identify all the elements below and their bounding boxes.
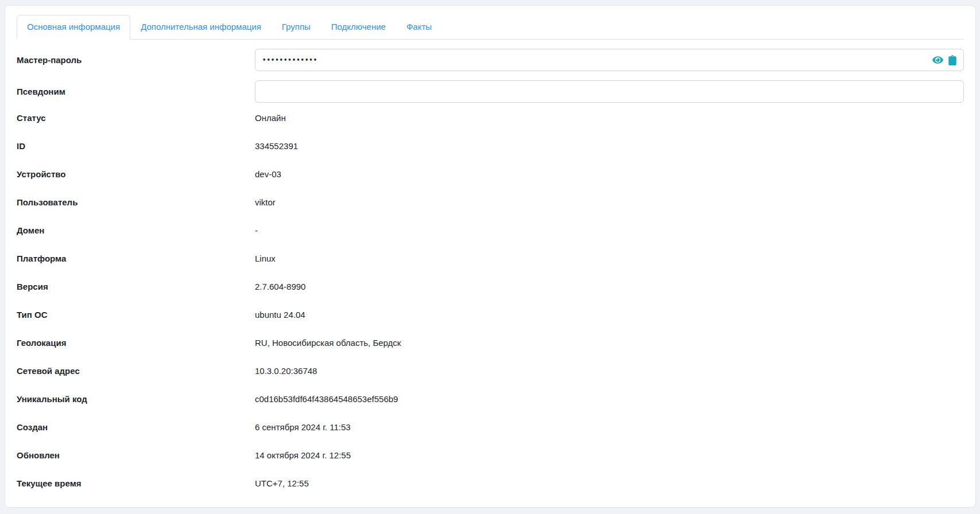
field-label: Тип ОС [17,309,255,321]
master-password-field [255,49,964,71]
field-label: Платформа [17,252,255,264]
field-value: dev-03 [255,168,281,180]
field-row-current-time: Текущее время UTC+7, 12:55 [17,477,964,489]
field-row-domain: Домен - [17,224,964,236]
tab-additional-info[interactable]: Дополнительная информация [130,15,272,40]
field-value: RU, Новосибирская область, Бердск [255,337,401,349]
field-value: c0d16b53fdf64f43864548653ef556b9 [255,393,398,405]
field-value: Linux [255,252,276,264]
field-label: Текущее время [17,477,255,489]
tab-facts[interactable]: Факты [396,15,442,40]
field-row-network-address: Сетевой адрес 10.3.0.20:36748 [17,365,964,377]
field-row-platform: Платформа Linux [17,252,964,264]
field-value: ubuntu 24.04 [255,309,305,321]
main-info-form: Мастер-пароль Псевдоним Статус Онлайн ID… [17,49,964,489]
master-password-input[interactable] [262,57,927,63]
field-row-device: Устройство dev-03 [17,168,964,180]
field-row-geolocation: Геолокация RU, Новосибирская область, Бе… [17,337,964,349]
field-label: Уникальный код [17,393,255,405]
alias-input[interactable] [255,80,964,103]
field-value: 14 октября 2024 г. 12:55 [255,449,351,461]
field-row-unique-code: Уникальный код c0d16b53fdf64f43864548653… [17,393,964,405]
field-value: 6 сентября 2024 г. 11:53 [255,421,351,433]
field-label: Пользователь [17,196,255,208]
device-details-card: Основная информация Дополнительная инфор… [5,5,976,508]
field-value: 10.3.0.20:36748 [255,365,317,377]
tab-groups[interactable]: Группы [272,15,321,40]
field-value: 2.7.604-8990 [255,281,305,293]
field-row-alias: Псевдоним [17,80,964,103]
tab-main-info[interactable]: Основная информация [17,15,130,40]
field-row-created: Создан 6 сентября 2024 г. 11:53 [17,421,964,433]
field-value: 334552391 [255,140,298,152]
field-label: Сетевой адрес [17,365,255,377]
field-row-master-password: Мастер-пароль [17,49,964,71]
field-label: Геолокация [17,337,255,349]
field-value: - [255,224,258,236]
field-label: Статус [17,112,255,124]
field-label: ID [17,140,255,152]
field-value: viktor [255,196,276,208]
field-row-id: ID 334552391 [17,140,964,152]
clipboard-icon[interactable] [948,55,956,65]
field-row-version: Версия 2.7.604-8990 [17,281,964,293]
tab-bar: Основная информация Дополнительная инфор… [17,15,964,40]
field-label: Версия [17,281,255,293]
field-label: Создан [17,421,255,433]
field-value: Онлайн [255,112,286,124]
field-row-os-type: Тип ОС ubuntu 24.04 [17,309,964,321]
field-row-user: Пользователь viktor [17,196,964,208]
field-label: Обновлен [17,449,255,461]
field-label: Устройство [17,168,255,180]
field-row-status: Статус Онлайн [17,112,964,124]
tab-connection[interactable]: Подключение [321,15,396,40]
field-label: Домен [17,224,255,236]
field-value: UTC+7, 12:55 [255,477,309,489]
field-label: Мастер-пароль [17,54,255,66]
field-row-updated: Обновлен 14 октября 2024 г. 12:55 [17,449,964,461]
field-label: Псевдоним [17,85,255,98]
eye-icon[interactable] [932,54,943,65]
